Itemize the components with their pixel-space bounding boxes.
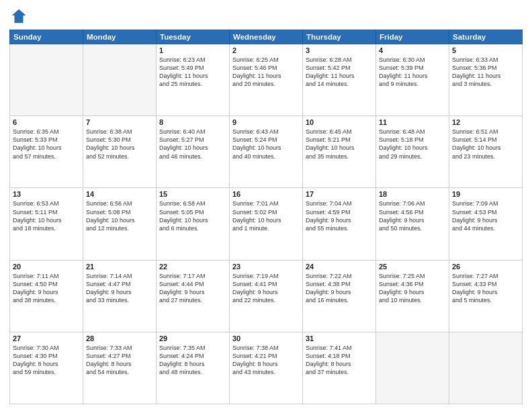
calendar-cell: 24Sunrise: 7:22 AM Sunset: 4:38 PM Dayli… <box>303 260 376 332</box>
day-number: 20 <box>13 263 80 271</box>
day-info: Sunrise: 7:09 AM Sunset: 4:53 PM Dayligh… <box>452 199 519 232</box>
calendar-cell: 12Sunrise: 6:51 AM Sunset: 5:14 PM Dayli… <box>449 116 523 188</box>
calendar-cell: 31Sunrise: 7:41 AM Sunset: 4:18 PM Dayli… <box>303 332 376 404</box>
calendar-cell: 13Sunrise: 6:53 AM Sunset: 5:11 PM Dayli… <box>10 188 83 260</box>
week-row-0: 1Sunrise: 6:23 AM Sunset: 5:49 PM Daylig… <box>10 44 523 116</box>
calendar-cell: 5Sunrise: 6:33 AM Sunset: 5:36 PM Daylig… <box>449 44 523 116</box>
weekday-header-wednesday: Wednesday <box>230 30 303 44</box>
day-info: Sunrise: 6:28 AM Sunset: 5:42 PM Dayligh… <box>306 56 373 89</box>
day-info: Sunrise: 6:38 AM Sunset: 5:30 PM Dayligh… <box>86 128 153 161</box>
calendar-cell: 11Sunrise: 6:48 AM Sunset: 5:18 PM Dayli… <box>376 116 449 188</box>
weekday-header-thursday: Thursday <box>303 30 376 44</box>
day-number: 25 <box>379 263 446 271</box>
day-info: Sunrise: 7:01 AM Sunset: 5:02 PM Dayligh… <box>232 199 300 232</box>
day-info: Sunrise: 7:38 AM Sunset: 4:21 PM Dayligh… <box>232 344 300 377</box>
day-number: 12 <box>452 118 519 126</box>
calendar-cell: 20Sunrise: 7:11 AM Sunset: 4:50 PM Dayli… <box>10 260 83 332</box>
weekday-header-saturday: Saturday <box>449 30 523 44</box>
day-info: Sunrise: 7:25 AM Sunset: 4:36 PM Dayligh… <box>379 272 446 305</box>
day-info: Sunrise: 6:25 AM Sunset: 5:46 PM Dayligh… <box>232 56 300 89</box>
day-info: Sunrise: 6:43 AM Sunset: 5:24 PM Dayligh… <box>232 128 300 161</box>
day-info: Sunrise: 6:33 AM Sunset: 5:36 PM Dayligh… <box>452 56 519 89</box>
calendar-table: SundayMondayTuesdayWednesdayThursdayFrid… <box>9 30 523 404</box>
day-info: Sunrise: 7:14 AM Sunset: 4:47 PM Dayligh… <box>86 272 153 305</box>
calendar-cell <box>449 332 523 404</box>
calendar-cell <box>376 332 449 404</box>
day-number: 15 <box>159 190 226 198</box>
header <box>9 7 523 26</box>
logo <box>9 7 31 26</box>
calendar-cell: 25Sunrise: 7:25 AM Sunset: 4:36 PM Dayli… <box>376 260 449 332</box>
day-number: 22 <box>159 263 226 271</box>
day-info: Sunrise: 7:19 AM Sunset: 4:41 PM Dayligh… <box>232 272 300 305</box>
day-number: 2 <box>232 46 300 54</box>
day-info: Sunrise: 6:53 AM Sunset: 5:11 PM Dayligh… <box>13 199 80 232</box>
calendar-cell: 19Sunrise: 7:09 AM Sunset: 4:53 PM Dayli… <box>449 188 523 260</box>
calendar-cell: 28Sunrise: 7:33 AM Sunset: 4:27 PM Dayli… <box>83 332 157 404</box>
calendar-cell <box>83 44 157 116</box>
day-info: Sunrise: 6:45 AM Sunset: 5:21 PM Dayligh… <box>306 128 373 161</box>
calendar-cell: 4Sunrise: 6:30 AM Sunset: 5:39 PM Daylig… <box>376 44 449 116</box>
calendar-cell: 23Sunrise: 7:19 AM Sunset: 4:41 PM Dayli… <box>230 260 303 332</box>
calendar-cell: 7Sunrise: 6:38 AM Sunset: 5:30 PM Daylig… <box>83 116 157 188</box>
day-number: 16 <box>232 190 300 198</box>
day-info: Sunrise: 7:33 AM Sunset: 4:27 PM Dayligh… <box>86 344 153 377</box>
calendar-cell: 29Sunrise: 7:35 AM Sunset: 4:24 PM Dayli… <box>157 332 230 404</box>
calendar-cell: 27Sunrise: 7:30 AM Sunset: 4:30 PM Dayli… <box>10 332 83 404</box>
week-row-2: 13Sunrise: 6:53 AM Sunset: 5:11 PM Dayli… <box>10 188 523 260</box>
day-number: 24 <box>306 263 373 271</box>
day-number: 7 <box>86 118 153 126</box>
day-number: 21 <box>86 263 153 271</box>
weekday-header-row: SundayMondayTuesdayWednesdayThursdayFrid… <box>10 30 523 44</box>
calendar-cell: 9Sunrise: 6:43 AM Sunset: 5:24 PM Daylig… <box>230 116 303 188</box>
calendar-cell: 3Sunrise: 6:28 AM Sunset: 5:42 PM Daylig… <box>303 44 376 116</box>
day-info: Sunrise: 6:56 AM Sunset: 5:08 PM Dayligh… <box>86 199 153 232</box>
svg-marker-0 <box>12 9 26 24</box>
weekday-header-monday: Monday <box>83 30 157 44</box>
weekday-header-sunday: Sunday <box>10 30 83 44</box>
day-number: 5 <box>452 46 519 54</box>
day-number: 26 <box>452 263 519 271</box>
day-info: Sunrise: 6:23 AM Sunset: 5:49 PM Dayligh… <box>159 56 226 89</box>
day-info: Sunrise: 6:48 AM Sunset: 5:18 PM Dayligh… <box>379 128 446 161</box>
day-number: 8 <box>159 118 226 126</box>
calendar-cell: 26Sunrise: 7:27 AM Sunset: 4:33 PM Dayli… <box>449 260 523 332</box>
calendar-cell: 6Sunrise: 6:35 AM Sunset: 5:33 PM Daylig… <box>10 116 83 188</box>
day-number: 13 <box>13 190 80 198</box>
day-info: Sunrise: 7:11 AM Sunset: 4:50 PM Dayligh… <box>13 272 80 305</box>
day-number: 4 <box>379 46 446 54</box>
day-info: Sunrise: 6:35 AM Sunset: 5:33 PM Dayligh… <box>13 128 80 161</box>
day-info: Sunrise: 7:41 AM Sunset: 4:18 PM Dayligh… <box>306 344 373 377</box>
day-number: 3 <box>306 46 373 54</box>
calendar-cell <box>10 44 83 116</box>
calendar-cell: 8Sunrise: 6:40 AM Sunset: 5:27 PM Daylig… <box>157 116 230 188</box>
page: SundayMondayTuesdayWednesdayThursdayFrid… <box>0 0 532 411</box>
calendar-cell: 17Sunrise: 7:04 AM Sunset: 4:59 PM Dayli… <box>303 188 376 260</box>
day-info: Sunrise: 7:04 AM Sunset: 4:59 PM Dayligh… <box>306 199 373 232</box>
calendar-cell: 1Sunrise: 6:23 AM Sunset: 5:49 PM Daylig… <box>157 44 230 116</box>
day-info: Sunrise: 7:27 AM Sunset: 4:33 PM Dayligh… <box>452 272 519 305</box>
day-number: 19 <box>452 190 519 198</box>
calendar-cell: 21Sunrise: 7:14 AM Sunset: 4:47 PM Dayli… <box>83 260 157 332</box>
calendar-cell: 30Sunrise: 7:38 AM Sunset: 4:21 PM Dayli… <box>230 332 303 404</box>
day-info: Sunrise: 7:17 AM Sunset: 4:44 PM Dayligh… <box>159 272 226 305</box>
week-row-1: 6Sunrise: 6:35 AM Sunset: 5:33 PM Daylig… <box>10 116 523 188</box>
day-info: Sunrise: 6:58 AM Sunset: 5:05 PM Dayligh… <box>159 199 226 232</box>
day-number: 23 <box>232 263 300 271</box>
day-info: Sunrise: 7:35 AM Sunset: 4:24 PM Dayligh… <box>159 344 226 377</box>
day-number: 6 <box>13 118 80 126</box>
week-row-4: 27Sunrise: 7:30 AM Sunset: 4:30 PM Dayli… <box>10 332 523 404</box>
day-number: 10 <box>306 118 373 126</box>
calendar-cell: 10Sunrise: 6:45 AM Sunset: 5:21 PM Dayli… <box>303 116 376 188</box>
week-row-3: 20Sunrise: 7:11 AM Sunset: 4:50 PM Dayli… <box>10 260 523 332</box>
day-number: 28 <box>86 334 153 342</box>
day-info: Sunrise: 6:40 AM Sunset: 5:27 PM Dayligh… <box>159 128 226 161</box>
calendar-cell: 14Sunrise: 6:56 AM Sunset: 5:08 PM Dayli… <box>83 188 157 260</box>
calendar-cell: 16Sunrise: 7:01 AM Sunset: 5:02 PM Dayli… <box>230 188 303 260</box>
day-number: 1 <box>159 46 226 54</box>
day-number: 30 <box>232 334 300 342</box>
calendar-cell: 2Sunrise: 6:25 AM Sunset: 5:46 PM Daylig… <box>230 44 303 116</box>
weekday-header-tuesday: Tuesday <box>157 30 230 44</box>
day-number: 11 <box>379 118 446 126</box>
day-number: 18 <box>379 190 446 198</box>
